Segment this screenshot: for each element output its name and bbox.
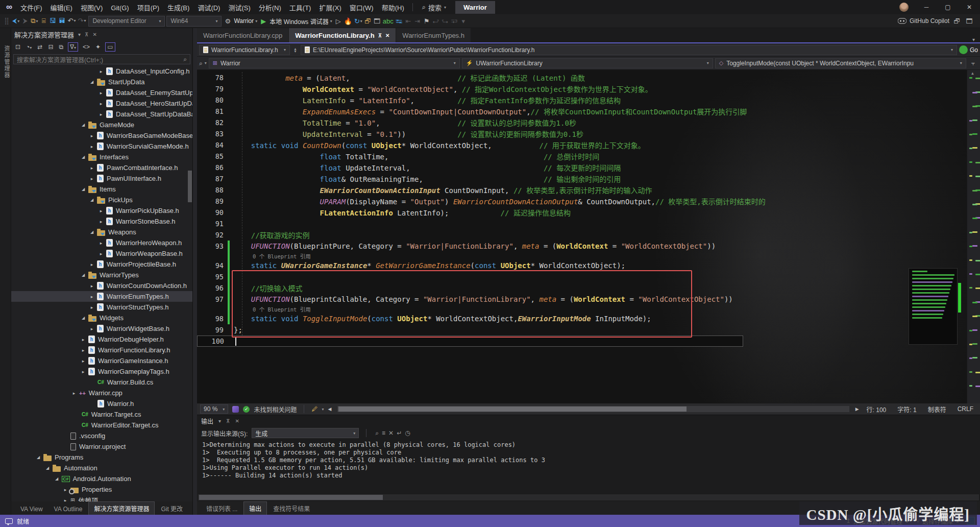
- menu-item-2[interactable]: 视图(V): [77, 3, 107, 13]
- tree-chevron-icon[interactable]: ▸: [98, 101, 104, 106]
- code-line[interactable]: 90 FLatentActionInfo LatentInfo); // 延迟操…: [197, 207, 980, 218]
- code-line[interactable]: 87 float& OutRemainingTime, // 输出剩余时间的引用: [197, 173, 980, 184]
- word-wrap-icon[interactable]: ↵: [395, 429, 403, 437]
- redo-icon[interactable]: ↷▾: [77, 16, 87, 26]
- preview-selected-icon[interactable]: ▭: [105, 42, 115, 52]
- tree-item[interactable]: ▸hPawnCombatInterface.h: [11, 162, 192, 173]
- code-line[interactable]: 81 ExpandEnumAsExecs = "CountDownInput|C…: [197, 106, 980, 117]
- solution-configuration-combo[interactable]: Development Editor▾: [88, 16, 165, 27]
- show-all-files-icon[interactable]: <>: [82, 43, 91, 51]
- tree-item[interactable]: ▸hWarriorProjectileBase.h: [11, 259, 192, 270]
- tree-item[interactable]: ▸hWarriorWidgetBase.h: [11, 323, 192, 334]
- tree-item[interactable]: Warrior.uproject: [11, 441, 192, 452]
- code-line[interactable]: 94 static UWarriorGameInstance* GetWarri…: [197, 260, 980, 271]
- panel-tab-0[interactable]: VA View: [15, 504, 48, 515]
- output-scrollbar-thumb[interactable]: [199, 495, 383, 500]
- pin-icon[interactable]: ⊼: [378, 33, 382, 38]
- solution-name-badge[interactable]: Warrior: [455, 1, 495, 14]
- file-spinner[interactable]: ▲▼: [292, 47, 299, 53]
- tree-item[interactable]: ▸⊞依赖项: [11, 495, 192, 501]
- navigate-back-icon[interactable]: ⮜▾: [11, 16, 20, 26]
- menu-item-7[interactable]: 测试(S): [224, 3, 254, 13]
- tree-item[interactable]: ▸hWarriorGameplayTags.h: [11, 366, 192, 377]
- tree-chevron-icon[interactable]: ▸: [80, 358, 86, 364]
- tree-chevron-icon[interactable]: ▸: [89, 165, 95, 171]
- tree-chevron-icon[interactable]: ▸: [89, 144, 95, 149]
- switch-views-icon[interactable]: ⊡: [14, 43, 21, 51]
- tree-item[interactable]: ▸hWarriorWeaponBase.h: [11, 248, 192, 259]
- code-line[interactable]: 86 float UpdateInterval, // 每次更新的时间间隔: [197, 162, 980, 173]
- scroll-right-icon[interactable]: ▶: [855, 406, 859, 412]
- go-button[interactable]: [959, 45, 968, 54]
- tree-item[interactable]: ◢Items: [11, 184, 192, 195]
- tree-chevron-icon[interactable]: ◢: [44, 466, 51, 470]
- tree-item[interactable]: ▸hWarriorFunctionLibrary.h: [11, 345, 192, 355]
- outdent-icon[interactable]: ⇤: [404, 16, 413, 26]
- tool-wrench-icon[interactable]: ✦: [94, 43, 102, 51]
- va-assist-icon[interactable]: [232, 406, 239, 413]
- tree-item[interactable]: ▸hWarriorCountDownAction.h: [11, 280, 192, 291]
- tree-item[interactable]: ▸hWarriorGameInstance.h: [11, 355, 192, 366]
- code-line[interactable]: 92 //获取游戏的实例: [197, 229, 980, 241]
- codelens-indicator[interactable]: 0 个 Blueprint 引用: [197, 252, 980, 260]
- tree-item[interactable]: ▸hWarriorHeroWeapon.h: [11, 237, 192, 248]
- account-avatar[interactable]: [899, 3, 909, 12]
- tree-chevron-icon[interactable]: ◢: [80, 316, 86, 320]
- tree-chevron-icon[interactable]: ◢: [35, 455, 41, 460]
- copilot-share-icon[interactable]: 🗗: [952, 16, 962, 26]
- feedback-bubble-icon[interactable]: [5, 518, 13, 524]
- clear-all-icon[interactable]: ✕: [387, 429, 395, 437]
- search-box[interactable]: ⌕ 搜索 ▾: [417, 3, 451, 12]
- window-position-icon[interactable]: ▾: [218, 418, 221, 424]
- split-window-icon[interactable]: ⫟: [968, 60, 978, 67]
- panel-tab-1[interactable]: 输出: [243, 501, 267, 515]
- explorer-scrollbar-thumb[interactable]: [188, 171, 192, 202]
- timestamp-icon[interactable]: ◷: [403, 429, 411, 437]
- tree-chevron-icon[interactable]: ▸: [98, 112, 104, 117]
- tree-item[interactable]: C#Warrior.Build.cs: [11, 377, 192, 388]
- tree-chevron-icon[interactable]: ▸: [80, 369, 86, 374]
- class-scope-combo[interactable]: ⚡ UWarriorFunctionLibrary▾: [462, 58, 713, 68]
- tree-chevron-icon[interactable]: ▸: [89, 262, 95, 267]
- sync-with-active-document-icon[interactable]: ⇄: [36, 43, 43, 51]
- search-options-icon[interactable]: ⌕: [183, 56, 187, 63]
- tree-chevron-icon[interactable]: ▸: [89, 326, 95, 331]
- tab-list-overflow-icon[interactable]: ▾: [967, 37, 980, 42]
- tree-item[interactable]: ▸hWarriorEnumTypes.h: [11, 291, 192, 302]
- tree-item[interactable]: ◢PickUps: [11, 195, 192, 205]
- document-tab[interactable]: WarriorEnumTypes.h: [396, 28, 471, 42]
- solution-platform-combo[interactable]: Win64▾: [166, 16, 222, 27]
- go-to-previous-icon[interactable]: ≡: [380, 429, 387, 437]
- tree-chevron-icon[interactable]: ▸: [89, 305, 95, 310]
- close-icon[interactable]: ✕: [92, 32, 96, 37]
- tree-chevron-icon[interactable]: ◢: [54, 476, 60, 481]
- code-line[interactable]: 84 static void CountDown(const UObject* …: [197, 139, 980, 151]
- tree-chevron-icon[interactable]: ▸: [62, 498, 68, 502]
- tree-item[interactable]: ▸hDataAsset_EnemyStartUpData.h: [11, 87, 192, 98]
- close-icon[interactable]: ✕: [235, 418, 239, 424]
- menu-item-10[interactable]: 扩展(X): [315, 3, 345, 13]
- tree-chevron-icon[interactable]: ◢: [89, 230, 95, 234]
- tree-item[interactable]: ▸++Warrior.cpp: [11, 388, 192, 398]
- toolbar-grip-icon[interactable]: ⣿: [2, 16, 11, 26]
- tree-chevron-icon[interactable]: ▸: [89, 133, 95, 138]
- tree-chevron-icon[interactable]: ▸: [98, 241, 104, 246]
- tree-item[interactable]: ▸hWarriorPickUpBase.h: [11, 205, 192, 216]
- copilot-settings-icon[interactable]: 🗖: [965, 16, 974, 26]
- tree-item[interactable]: C#WarriorEditor.Target.cs: [11, 420, 192, 430]
- menu-item-6[interactable]: 调试(D): [193, 3, 224, 13]
- code-line[interactable]: 88 EWarriorCountDownActionInput CountDow…: [197, 184, 980, 196]
- navigate-forward-icon[interactable]: ⮞: [20, 16, 30, 26]
- menu-item-8[interactable]: 分析(N): [255, 3, 285, 13]
- tree-item[interactable]: ◢Programs: [11, 452, 192, 463]
- tree-item[interactable]: ▸hWarriorDebugHelper.h: [11, 334, 192, 345]
- open-folder-icon[interactable]: ⌸: [39, 16, 48, 26]
- menu-item-4[interactable]: 项目(P): [133, 3, 163, 13]
- prev-bookmark-icon[interactable]: ⮐: [431, 16, 440, 26]
- tree-chevron-icon[interactable]: ▸: [62, 487, 68, 492]
- properties-pages-icon[interactable]: ⧉: [58, 43, 64, 51]
- close-button[interactable]: ✕: [959, 0, 980, 14]
- toolbar-overflow-icon[interactable]: ▾: [459, 16, 468, 26]
- output-scrollbar[interactable]: [198, 494, 979, 500]
- tree-item[interactable]: ◢StartUpData: [11, 77, 192, 87]
